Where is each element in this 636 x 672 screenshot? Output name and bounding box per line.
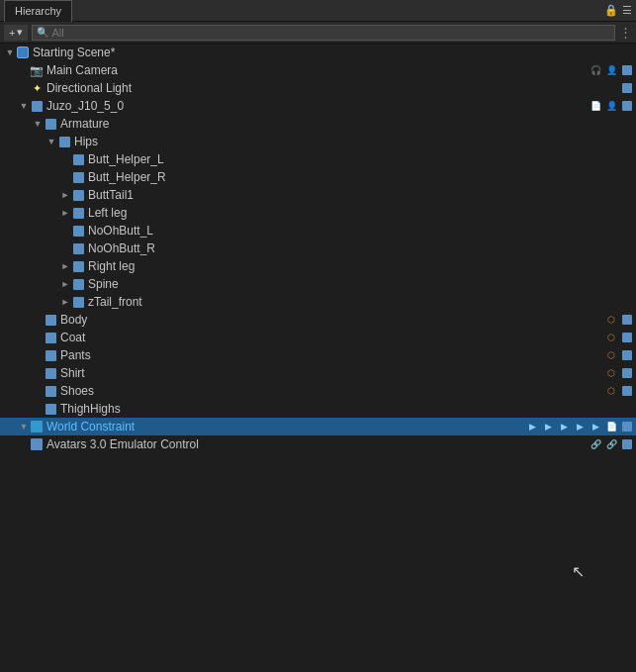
page2-icon[interactable]: 📄	[604, 420, 618, 433]
toolbar: + ▾ 🔍 ⋮	[0, 22, 636, 44]
headphones-icon[interactable]: 🎧	[589, 63, 602, 77]
tree-arrow[interactable]	[59, 190, 71, 200]
item-label-spine: Spine	[88, 275, 634, 293]
right-icons-juzo: 📄👤	[589, 99, 634, 113]
tree-item-left-leg[interactable]: Left leg	[0, 204, 636, 222]
constraint-arr1-icon[interactable]: ▶	[525, 420, 539, 433]
lock-icon[interactable]: 🔒	[604, 4, 618, 17]
tree-arrow[interactable]	[59, 208, 71, 218]
tree-item-noohtbutt-r[interactable]: NoOhButt_R	[0, 240, 636, 257]
tree-item-armature[interactable]: Armature	[0, 115, 636, 133]
tree-item-directional-light[interactable]: ✦Directional Light	[0, 79, 636, 97]
constraint-arr2-icon[interactable]: ▶	[541, 420, 555, 433]
item-label-ztail-front: zTail_front	[88, 293, 634, 311]
tree-item-ztail-front[interactable]: zTail_front	[0, 293, 636, 311]
cube-icon[interactable]	[620, 420, 634, 433]
item-label-shoes: Shoes	[60, 382, 600, 400]
right-icons-main-camera: 🎧👤	[589, 63, 634, 77]
right-icons-pants: ⬡	[604, 348, 634, 362]
tree-arrow[interactable]	[59, 261, 71, 271]
tree-arrow[interactable]	[59, 297, 71, 307]
item-label-pants: Pants	[60, 346, 600, 364]
item-icon-camera: 📷	[30, 63, 44, 77]
tree-item-shoes[interactable]: Shoes⬡	[0, 382, 636, 400]
tree-item-juzo[interactable]: Juzo_J10_5_0📄👤	[0, 97, 636, 115]
item-icon-cube	[44, 331, 57, 344]
right-icons-coat: ⬡	[604, 331, 634, 344]
mesh-icon[interactable]: ⬡	[604, 331, 618, 344]
cube-icon[interactable]	[620, 437, 634, 451]
hierarchy-tab[interactable]: Hierarchy	[4, 0, 72, 22]
link1-icon[interactable]: 🔗	[589, 437, 602, 451]
tree-item-main-camera[interactable]: 📷Main Camera🎧👤	[0, 61, 636, 79]
link2-icon[interactable]: 🔗	[604, 437, 618, 451]
tree-item-pants[interactable]: Pants⬡	[0, 346, 636, 364]
tree-arrow[interactable]	[18, 101, 30, 111]
mesh-icon[interactable]: ⬡	[604, 348, 618, 362]
right-icons-avatars-emulator: 🔗🔗	[589, 437, 634, 451]
item-label-body: Body	[60, 311, 600, 329]
tree-item-butt-helper-l[interactable]: Butt_Helper_L	[0, 150, 636, 168]
cube-icon[interactable]	[620, 348, 634, 362]
search-input[interactable]	[51, 27, 610, 39]
tree-item-starting-scene[interactable]: Starting Scene*	[0, 44, 636, 61]
tree-arrow[interactable]	[18, 422, 30, 432]
item-label-noohtbutt-l: NoOhButt_L	[88, 222, 634, 240]
tree-item-hips[interactable]: Hips	[0, 133, 636, 150]
tree-item-shirt[interactable]: Shirt⬡	[0, 364, 636, 382]
item-icon-cube	[71, 295, 85, 309]
item-icon-cube	[71, 170, 85, 184]
hierarchy-panel: Hierarchy 🔒 ☰ + ▾ 🔍 ⋮ Starting Scene*📷Ma…	[0, 0, 636, 672]
item-label-avatars-emulator: Avatars 3.0 Emulator Control	[46, 435, 585, 453]
hierarchy-list[interactable]: Starting Scene*📷Main Camera🎧👤✦Directiona…	[0, 44, 636, 672]
constraint-arr4-icon[interactable]: ▶	[573, 420, 587, 433]
tree-item-world-constraint[interactable]: World Constraint▶▶▶▶▶📄	[0, 418, 636, 435]
cube-icon[interactable]	[620, 313, 634, 327]
tree-item-butt-helper-r[interactable]: Butt_Helper_R	[0, 168, 636, 186]
item-icon-cube	[44, 313, 57, 327]
constraint-arr5-icon[interactable]: ▶	[589, 420, 602, 433]
tree-item-right-leg[interactable]: Right leg	[0, 257, 636, 275]
item-label-hips: Hips	[74, 133, 634, 150]
tree-item-noohtbutt-l[interactable]: NoOhButt_L	[0, 222, 636, 240]
menu-icon[interactable]: ☰	[622, 4, 632, 17]
cube-icon[interactable]	[620, 81, 634, 95]
tree-item-avatars-emulator[interactable]: Avatars 3.0 Emulator Control🔗🔗	[0, 435, 636, 453]
cube-icon[interactable]	[620, 99, 634, 113]
item-label-right-leg: Right leg	[88, 257, 634, 275]
cube-icon[interactable]	[620, 384, 634, 398]
cube-icon[interactable]	[620, 331, 634, 344]
tree-item-coat[interactable]: Coat⬡	[0, 329, 636, 346]
tree-arrow[interactable]	[59, 279, 71, 289]
tree-arrow[interactable]	[32, 119, 44, 129]
item-icon-cube	[44, 384, 57, 398]
person-icon[interactable]: 👤	[604, 63, 618, 77]
mesh-icon[interactable]: ⬡	[604, 366, 618, 380]
item-icon-cube	[71, 224, 85, 238]
tree-item-thighhighs[interactable]: ThighHighs	[0, 400, 636, 418]
tree-item-body[interactable]: Body⬡	[0, 311, 636, 329]
page-icon[interactable]: 📄	[589, 99, 602, 113]
item-icon-cube	[71, 188, 85, 202]
tree-item-butt-tail1[interactable]: ButtTail1	[0, 186, 636, 204]
item-label-juzo: Juzo_J10_5_0	[46, 97, 585, 115]
mesh-icon[interactable]: ⬡	[604, 384, 618, 398]
cube-icon[interactable]	[620, 366, 634, 380]
add-button[interactable]: + ▾	[4, 25, 28, 41]
item-icon-cube	[71, 206, 85, 220]
person-icon[interactable]: 👤	[604, 99, 618, 113]
tab-bar: Hierarchy 🔒 ☰	[0, 0, 636, 22]
constraint-arr3-icon[interactable]: ▶	[557, 420, 571, 433]
mesh-icon[interactable]: ⬡	[604, 313, 618, 327]
tree-arrow[interactable]	[45, 137, 57, 146]
options-icon[interactable]: ⋮	[619, 25, 632, 40]
tree-item-spine[interactable]: Spine	[0, 275, 636, 293]
right-icons-body: ⬡	[604, 313, 634, 327]
item-label-main-camera: Main Camera	[46, 61, 585, 79]
right-icons-directional-light	[620, 81, 634, 95]
tree-arrow[interactable]	[4, 48, 16, 57]
add-label: +	[9, 27, 15, 39]
item-icon-world-constraint	[30, 420, 44, 433]
item-icon-cube	[57, 135, 71, 148]
cube-icon[interactable]	[620, 63, 634, 77]
